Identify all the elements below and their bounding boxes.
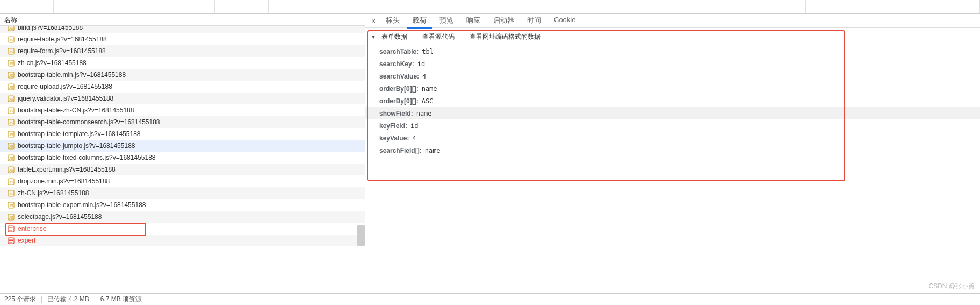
network-request-row[interactable]: JSjquery.validator.js?v=1681455188 <box>0 93 365 104</box>
svg-text:JS: JS <box>9 156 13 160</box>
file-name-label: bootstrap-table-zh-CN.js?v=1681455188 <box>18 107 134 114</box>
tab-cell[interactable] <box>107 0 161 13</box>
network-request-row[interactable]: JSbootstrap-table-export.min.js?v=168145… <box>0 199 365 211</box>
form-value: 4 <box>422 73 426 80</box>
form-key: searchField[]: <box>379 147 422 154</box>
network-request-row[interactable]: JSbootstrap-table-jumpto.js?v=1681455188 <box>0 140 365 152</box>
network-request-row[interactable]: JSselectpage.js?v=1681455188 <box>0 211 365 223</box>
network-request-row[interactable]: JSdropzone.min.js?v=1681455188 <box>0 175 365 187</box>
top-tab-strip <box>0 0 980 14</box>
network-request-row[interactable]: JStableExport.min.js?v=1681455188 <box>0 164 365 175</box>
detail-body: ▼ 表单数据 查看源代码 查看网址编码格式的数据 searchTable:tbl… <box>365 28 980 293</box>
status-transferred: 已传输 4.2 MB <box>47 295 89 304</box>
tab-cell[interactable] <box>752 0 806 13</box>
form-data-row[interactable]: showField:name <box>365 107 980 119</box>
detail-tab[interactable]: 标头 <box>380 13 405 28</box>
close-icon[interactable]: × <box>369 16 378 26</box>
detail-tab[interactable]: 预览 <box>434 13 459 28</box>
tab-cell[interactable] <box>54 0 107 13</box>
form-value: 4 <box>412 134 416 142</box>
svg-text:JS: JS <box>9 132 13 136</box>
form-key: searchTable: <box>379 48 419 55</box>
form-data-row[interactable]: orderBy[0][]:ASC <box>379 95 980 107</box>
detail-tab[interactable]: 时间 <box>522 13 546 28</box>
form-data-row[interactable]: searchTable:tbl <box>379 45 980 58</box>
network-request-row[interactable]: JSrequire-table.js?v=1681455188 <box>0 33 365 45</box>
request-detail-panel: × 标头载荷预览响应启动器时间Cookie ▼ 表单数据 查看源代码 查看网址编… <box>365 14 980 293</box>
form-value: name <box>422 85 437 93</box>
detail-tab[interactable]: 响应 <box>461 13 486 28</box>
svg-text:JS: JS <box>9 85 13 89</box>
sublink-view-url-encoded[interactable]: 查看网址编码格式的数据 <box>470 32 541 41</box>
form-value: name <box>416 110 432 117</box>
network-request-row[interactable]: JSbootstrap-table-template.js?v=16814551… <box>0 128 365 140</box>
js-file-icon: JS <box>8 26 15 31</box>
network-request-row[interactable]: JSbootstrap-table.min.js?v=1681455188 <box>0 69 365 81</box>
detail-tab[interactable]: 载荷 <box>407 13 432 29</box>
form-value: name <box>425 147 441 154</box>
status-bar: 225 个请求 已传输 4.2 MB 6.7 MB 项资源 <box>0 293 980 305</box>
svg-text:JS: JS <box>9 61 13 65</box>
scrollbar-thumb[interactable] <box>357 225 365 246</box>
form-key: keyValue: <box>379 134 409 142</box>
svg-text:JS: JS <box>9 203 13 207</box>
form-data-row[interactable]: searchField[]:name <box>379 144 980 157</box>
form-data-row[interactable]: orderBy[0][]:name <box>379 82 980 95</box>
file-name-label: bootstrap-table-fixed-columns.js?v=16814… <box>18 154 156 161</box>
column-header-name[interactable]: 名称 <box>0 14 365 26</box>
js-file-icon: JS <box>8 119 15 126</box>
tab-cell[interactable] <box>215 0 269 13</box>
form-key: orderBy[0][]: <box>379 85 419 93</box>
js-file-icon: JS <box>8 48 15 55</box>
form-data-row[interactable]: searchValue:4 <box>379 70 980 82</box>
file-name-label: dropzone.min.js?v=1681455188 <box>18 178 110 185</box>
network-request-row[interactable]: JSbootstrap-table-zh-CN.js?v=1681455188 <box>0 104 365 116</box>
form-data-row[interactable]: keyValue:4 <box>379 132 980 144</box>
file-list: JSbind.js?v=1681455188JSrequire-table.js… <box>0 26 365 293</box>
separator <box>95 296 95 303</box>
form-key: orderBy[0][]: <box>379 97 419 105</box>
svg-text:JS: JS <box>9 168 13 172</box>
detail-tab[interactable]: Cookie <box>549 13 581 28</box>
form-key: keyField: <box>379 122 407 130</box>
file-name-label: bootstrap-table-export.min.js?v=16814551… <box>18 201 146 209</box>
js-file-icon: JS <box>8 166 15 173</box>
file-name-label: require-upload.js?v=1681455188 <box>18 83 112 90</box>
form-data-row[interactable]: keyField:id <box>379 119 980 132</box>
js-file-icon: JS <box>8 202 15 209</box>
network-request-row[interactable]: JSrequire-form.js?v=1681455188 <box>0 45 365 57</box>
sublink-form-data[interactable]: 表单数据 <box>381 32 407 41</box>
network-request-row[interactable]: JSzh-CN.js?v=1681455188 <box>0 187 365 199</box>
sublink-view-source[interactable]: 查看源代码 <box>422 32 455 41</box>
tab-cell[interactable] <box>0 0 54 13</box>
detail-tab[interactable]: 启动器 <box>488 13 520 28</box>
document-icon <box>8 225 15 232</box>
network-request-row[interactable]: JSbootstrap-table-commonsearch.js?v=1681… <box>0 116 365 128</box>
tab-cell[interactable] <box>698 0 752 13</box>
tab-cell[interactable] <box>269 0 698 13</box>
js-file-icon: JS <box>8 60 15 67</box>
network-request-row[interactable]: expert <box>0 235 365 246</box>
file-name-label: selectpage.js?v=1681455188 <box>18 213 102 221</box>
expand-arrow-icon[interactable]: ▼ <box>371 34 376 40</box>
tab-cell[interactable] <box>161 0 215 13</box>
svg-text:JS: JS <box>9 120 13 124</box>
network-request-row[interactable]: JSrequire-upload.js?v=1681455188 <box>0 81 365 93</box>
js-file-icon: JS <box>8 131 15 138</box>
separator <box>41 296 42 303</box>
file-name-label: expert <box>18 237 35 244</box>
status-requests: 225 个请求 <box>4 295 36 304</box>
network-request-row[interactable]: JSzh-cn.js?v=1681455188 <box>0 57 365 69</box>
svg-text:JS: JS <box>9 109 13 112</box>
status-resources: 6.7 MB 项资源 <box>100 295 142 304</box>
js-file-icon: JS <box>8 107 15 114</box>
form-key: searchValue: <box>379 73 419 80</box>
network-request-row[interactable]: JSbind.js?v=1681455188 <box>0 26 365 33</box>
file-name-label: bind.js?v=1681455188 <box>18 26 83 31</box>
form-data-row[interactable]: searchKey:id <box>379 58 980 70</box>
file-name-label: bootstrap-table-jumpto.js?v=1681455188 <box>18 142 135 150</box>
tab-cell[interactable] <box>806 0 980 13</box>
watermark: CSDN @张小勇 <box>928 282 975 291</box>
network-request-row[interactable]: JSbootstrap-table-fixed-columns.js?v=168… <box>0 152 365 164</box>
network-request-row[interactable]: enterprise <box>0 223 365 235</box>
